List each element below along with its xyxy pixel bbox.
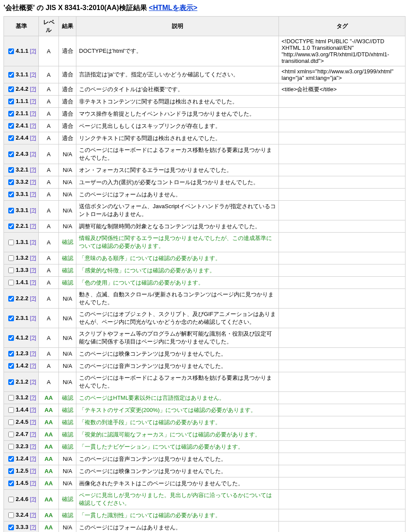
help-link[interactable]: [?] <box>30 98 36 104</box>
help-link[interactable]: [?] <box>30 279 36 285</box>
result-cell: 確認 <box>59 233 76 252</box>
help-link[interactable]: [?] <box>30 166 36 173</box>
criterion-number: 2.2.2 <box>16 295 30 301</box>
row-checkbox[interactable] <box>8 223 14 229</box>
level-cell: A <box>39 189 59 201</box>
description-cell: 「テキストのサイズ変更(200%)」については確認の必要があります。 <box>76 404 279 416</box>
help-link[interactable]: [?] <box>30 394 36 401</box>
criterion-cell: 2.4.3 [?] <box>4 144 39 164</box>
criterion-cell: 1.4.1 [?] <box>4 277 39 289</box>
criterion-cell: 3.3.1 [?] <box>4 201 39 220</box>
tag-cell <box>279 120 406 132</box>
row-checkbox[interactable] <box>8 99 14 104</box>
row-checkbox[interactable] <box>8 268 14 273</box>
help-link[interactable]: [?] <box>30 191 36 197</box>
help-link[interactable]: [?] <box>30 314 36 321</box>
row-checkbox[interactable] <box>8 296 14 302</box>
help-link[interactable]: [?] <box>30 431 36 437</box>
row-checkbox[interactable] <box>8 497 14 502</box>
criterion-cell: 4.1.1 [?] <box>4 36 39 66</box>
row-checkbox[interactable] <box>8 48 14 54</box>
help-link[interactable]: [?] <box>30 254 36 261</box>
help-link[interactable]: [?] <box>30 419 36 425</box>
row-checkbox[interactable] <box>8 351 14 357</box>
row-checkbox[interactable] <box>8 432 14 437</box>
help-link[interactable]: [?] <box>30 406 36 413</box>
description-cell: このページにはフォームはありません。 <box>76 522 279 532</box>
description-cell: このページには音声コンテンツは見つかりませんでした。 <box>76 360 279 372</box>
help-link[interactable]: [?] <box>30 495 36 502</box>
row-checkbox[interactable] <box>8 151 14 157</box>
level-cell: A <box>39 83 59 96</box>
help-link[interactable]: [?] <box>30 206 36 213</box>
table-row: 2.3.1 [?]AN/Aこのページにはオブジェクト、スクリプト、及びGIFアニ… <box>4 309 406 328</box>
row-checkbox[interactable] <box>8 335 14 341</box>
result-cell: N/A <box>59 289 76 309</box>
help-link[interactable]: [?] <box>30 378 36 384</box>
row-checkbox[interactable] <box>8 123 14 129</box>
tag-cell <box>279 465 406 477</box>
help-link[interactable]: [?] <box>30 467 36 474</box>
help-link[interactable]: [?] <box>30 295 36 301</box>
help-link[interactable]: [?] <box>30 480 36 486</box>
row-checkbox[interactable] <box>8 481 14 486</box>
help-link[interactable]: [?] <box>30 86 36 92</box>
criterion-cell: 2.4.1 [?] <box>4 120 39 132</box>
criterion-cell: 1.3.1 [?] <box>4 233 39 252</box>
row-checkbox[interactable] <box>8 379 14 385</box>
help-link[interactable]: [?] <box>30 71 36 77</box>
row-checkbox[interactable] <box>8 86 14 92</box>
tag-cell <box>279 392 406 404</box>
help-link[interactable]: [?] <box>30 110 36 117</box>
row-checkbox[interactable] <box>8 167 14 173</box>
description-cell: 調整可能な制限時間の対象となるコンテンツは見つかりませんでした。 <box>76 220 279 233</box>
help-link[interactable]: [?] <box>30 524 36 530</box>
help-link[interactable]: [?] <box>30 150 36 157</box>
help-link[interactable]: [?] <box>30 267 36 273</box>
table-row: 3.2.3 [?]AA確認「一貫したナビゲーション」については確認の必要がありま… <box>4 441 406 453</box>
table-row: 2.4.1 [?]A適合ページに見出しもしくはスキップリンクが存在します。 <box>4 120 406 132</box>
row-checkbox[interactable] <box>8 179 14 185</box>
tag-cell <box>279 441 406 453</box>
help-link[interactable]: [?] <box>30 443 36 450</box>
tag-cell <box>279 201 406 220</box>
help-link[interactable]: [?] <box>30 238 36 245</box>
row-checkbox[interactable] <box>8 280 14 285</box>
row-checkbox[interactable] <box>8 456 14 462</box>
help-link[interactable]: [?] <box>30 223 36 229</box>
row-checkbox[interactable] <box>8 419 14 425</box>
help-link[interactable]: [?] <box>30 362 36 369</box>
help-link[interactable]: [?] <box>30 134 36 141</box>
row-checkbox[interactable] <box>8 111 14 117</box>
help-link[interactable]: [?] <box>30 350 36 357</box>
help-link[interactable]: [?] <box>30 178 36 185</box>
tag-cell <box>279 233 406 252</box>
row-checkbox[interactable] <box>8 72 14 78</box>
row-checkbox[interactable] <box>8 395 14 401</box>
tag-cell <box>279 96 406 108</box>
row-checkbox[interactable] <box>8 208 14 213</box>
row-checkbox[interactable] <box>8 363 14 369</box>
row-checkbox[interactable] <box>8 525 14 530</box>
row-checkbox[interactable] <box>8 444 14 450</box>
help-link[interactable]: [?] <box>30 511 36 518</box>
row-checkbox[interactable] <box>8 255 14 261</box>
help-link[interactable]: [?] <box>30 334 36 340</box>
row-checkbox[interactable] <box>8 512 14 518</box>
row-checkbox[interactable] <box>8 407 14 413</box>
row-checkbox[interactable] <box>8 240 14 245</box>
row-checkbox[interactable] <box>8 316 14 321</box>
help-link[interactable]: [?] <box>30 122 36 129</box>
help-link[interactable]: [?] <box>30 455 36 462</box>
show-html-link[interactable]: <HTMLを表示> <box>149 4 197 11</box>
row-checkbox[interactable] <box>8 468 14 474</box>
criterion-number: 2.4.3 <box>16 150 30 157</box>
criterion-cell: 2.4.5 [?] <box>4 416 39 429</box>
row-checkbox[interactable] <box>8 192 14 197</box>
help-link[interactable]: [?] <box>30 47 36 54</box>
criterion-cell: 2.4.4 [?] <box>4 132 39 144</box>
row-checkbox[interactable] <box>8 135 14 141</box>
table-row: 2.1.1 [?]A適合マウス操作を前提としたイベントハンドラは見つかりませんで… <box>4 108 406 120</box>
table-row: 2.2.2 [?]AN/A動き、点滅、自動スクロール/更新されるコンテンツはペー… <box>4 289 406 309</box>
criterion-number: 2.4.5 <box>16 419 30 425</box>
